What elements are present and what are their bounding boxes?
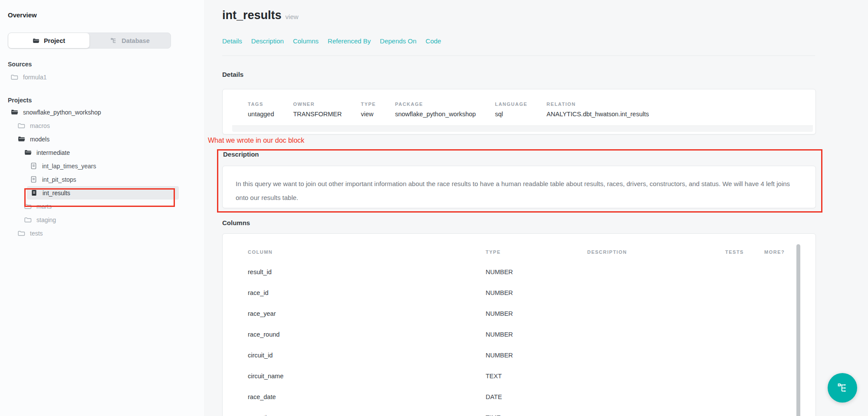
table-row-circuit-id[interactable]: circuit_id NUMBER [248,345,815,366]
columns-scrollbar[interactable] [796,244,800,416]
tab-divider [222,56,815,56]
columns-table-header: COLUMN TYPE DESCRIPTION TESTS MORE? [248,247,815,257]
lineage-graph-button[interactable] [828,373,857,403]
lineage-icon [837,382,848,394]
tree-item-snowflake-python-workshop[interactable]: snowflake_python_workshop [8,105,196,119]
columns-heading: Columns [222,219,250,226]
tab-columns[interactable]: Columns [293,37,319,45]
details-heading: Details [222,71,243,78]
details-footer-strip [232,125,813,132]
tree-item-label: tests [30,230,43,237]
table-row-race-id[interactable]: race_id NUMBER [248,282,815,303]
table-row-result-id[interactable]: result_id NUMBER [248,262,815,282]
column-name: circuit_name [248,373,486,380]
folder-open-icon [18,135,25,143]
column-type: NUMBER [486,269,587,275]
tab-details[interactable]: Details [222,37,242,45]
tree-item-label: models [30,136,49,143]
column-header-more: MORE? [764,249,815,255]
tree-item-label: int_pit_stops [42,176,76,183]
projects-tree: snowflake_python_workshop macros models … [8,105,196,240]
tree-item-models[interactable]: models [8,132,196,146]
tree-item-label: macros [30,122,50,129]
tree-item-label: intermediate [36,149,70,156]
tree-item-label: snowflake_python_workshop [23,109,101,116]
file-icon [30,162,37,170]
overview-heading: Overview [8,11,196,19]
tree-item-int-lap-times-years[interactable]: int_lap_times_years [8,159,196,173]
tab-description[interactable]: Description [251,37,284,45]
detail-field-owner: OWNER TRANSFORMER [293,102,342,118]
table-row-race-time[interactable]: race_time TIME [248,407,815,416]
table-row-race-round[interactable]: race_round NUMBER [248,324,815,345]
tree-item-tests[interactable]: tests [8,226,196,240]
tree-item-formula1[interactable]: formula1 [8,70,196,84]
sources-tree: formula1 [8,70,196,84]
tree-item-macros[interactable]: macros [8,119,196,132]
detail-value: sql [495,111,527,118]
tree-item-intermediate[interactable]: intermediate [8,146,196,159]
materialization-badge: view [286,13,299,20]
tab-code[interactable]: Code [426,37,441,45]
detail-value: ANALYTICS.dbt_hwatson.int_results [546,111,649,118]
column-type: NUMBER [486,331,587,338]
column-type: TEXT [486,373,587,380]
tree-item-int-pit-stops[interactable]: int_pit_stops [8,173,196,186]
detail-value: untagged [248,111,274,118]
file-icon [30,176,37,183]
tab-depends-on[interactable]: Depends On [380,37,416,45]
folder-open-icon [24,149,32,156]
toggle-database-label: Database [122,37,149,44]
column-header-tests: TESTS [725,249,764,255]
page-title: int_resultsview [222,9,299,22]
description-card: In this query we want to join out other … [222,166,816,208]
file-filled-icon [30,189,38,197]
folder-icon [24,216,32,223]
table-row-circuit-name[interactable]: circuit_name TEXT [248,366,815,387]
column-name: race_year [248,310,486,317]
column-type: NUMBER [486,352,587,359]
detail-field-package: PACKAGE snowflake_python_workshop [395,102,476,118]
table-row-race-date[interactable]: race_date DATE [248,387,815,407]
column-type: NUMBER [486,289,587,296]
sidebar: Overview Project Database Sources formul… [0,0,204,416]
column-name: circuit_id [248,352,486,359]
tab-bar: Details Description Columns Referenced B… [222,37,441,45]
toggle-database-button[interactable]: Database [89,33,171,48]
tree-item-staging[interactable]: staging [8,213,196,226]
tab-referenced-by[interactable]: Referenced By [328,37,371,45]
tree-item-int-results[interactable]: int_results [27,186,179,200]
tree-item-label: int_results [43,190,70,197]
details-fields: TAGS untagged OWNER TRANSFORMER TYPE vie… [248,102,815,118]
detail-label: PACKAGE [395,102,476,107]
column-name: race_round [248,331,486,338]
tree-item-label: staging [36,216,56,223]
model-name: int_results [222,9,282,22]
detail-field-type: TYPE view [361,102,376,118]
folder-icon [18,122,25,129]
detail-label: RELATION [546,102,649,107]
table-row-race-year[interactable]: race_year NUMBER [248,303,815,324]
detail-label: TAGS [248,102,274,107]
column-type: DATE [486,393,587,400]
detail-value: view [361,111,376,118]
main-content: int_resultsview Details Description Colu… [204,0,868,416]
lineage-icon [110,37,117,44]
detail-label: OWNER [293,102,342,107]
sources-heading: Sources [8,61,196,68]
details-card: TAGS untagged OWNER TRANSFORMER TYPE vie… [222,89,816,134]
detail-value: snowflake_python_workshop [395,111,476,118]
column-name: race_time [248,414,486,416]
toggle-project-label: Project [44,37,65,44]
toggle-project-button[interactable]: Project [8,33,89,48]
tree-item-marts[interactable]: marts [8,200,196,213]
detail-value: TRANSFORMER [293,111,342,118]
column-type: TIME [486,414,587,416]
detail-label: LANGUAGE [495,102,527,107]
column-header-description: DESCRIPTION [587,249,725,255]
columns-card: COLUMN TYPE DESCRIPTION TESTS MORE? resu… [222,233,816,416]
description-heading: Description [223,151,259,158]
column-name: race_id [248,289,486,296]
description-body: In this query we want to join out other … [236,177,801,205]
folder-icon [11,73,18,81]
